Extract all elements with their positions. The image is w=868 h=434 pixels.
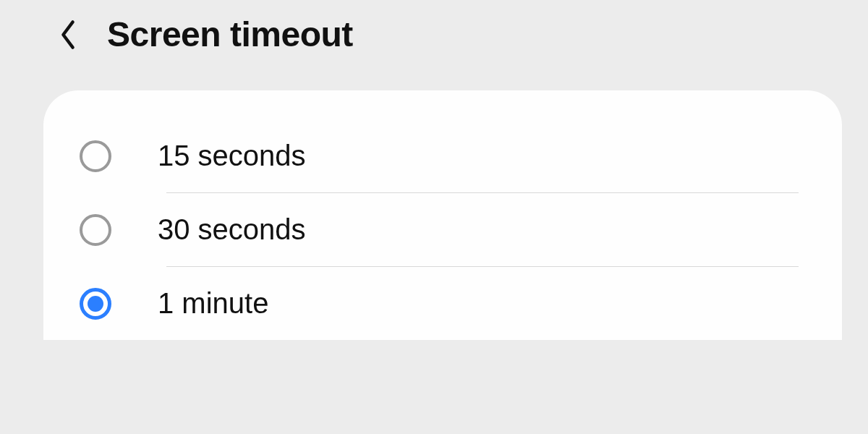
options-card: 15 seconds 30 seconds 1 minute [43, 90, 842, 340]
back-icon[interactable] [58, 25, 78, 45]
timeout-option-1-minute[interactable]: 1 minute [80, 267, 799, 340]
timeout-option-15-seconds[interactable]: 15 seconds [80, 119, 799, 192]
option-label: 15 seconds [158, 140, 306, 172]
radio-icon [80, 214, 111, 246]
page-header: Screen timeout [0, 0, 868, 76]
radio-selected-icon [80, 288, 111, 320]
radio-icon [80, 140, 111, 172]
page-title: Screen timeout [107, 14, 353, 54]
option-label: 30 seconds [158, 213, 306, 246]
option-label: 1 minute [158, 287, 268, 320]
timeout-option-30-seconds[interactable]: 30 seconds [80, 193, 799, 266]
